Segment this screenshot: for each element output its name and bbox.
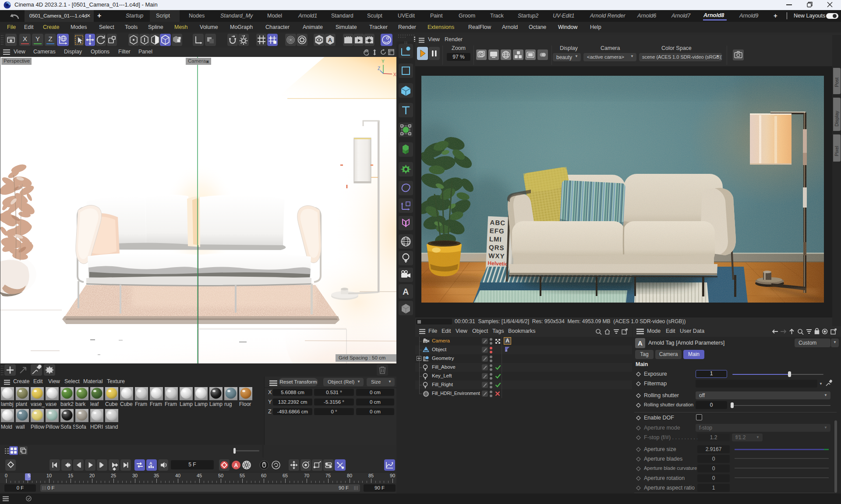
svg-text:A: A bbox=[149, 461, 152, 465]
svg-text:A: A bbox=[234, 462, 238, 469]
svg-text:Z: Z bbox=[378, 66, 380, 71]
svg-text:SP: SP bbox=[424, 341, 427, 343]
svg-text:Y: Y bbox=[382, 59, 385, 64]
svg-text:A: A bbox=[328, 37, 332, 43]
svg-text:X: X bbox=[393, 72, 396, 77]
svg-text:A: A bbox=[403, 287, 409, 296]
